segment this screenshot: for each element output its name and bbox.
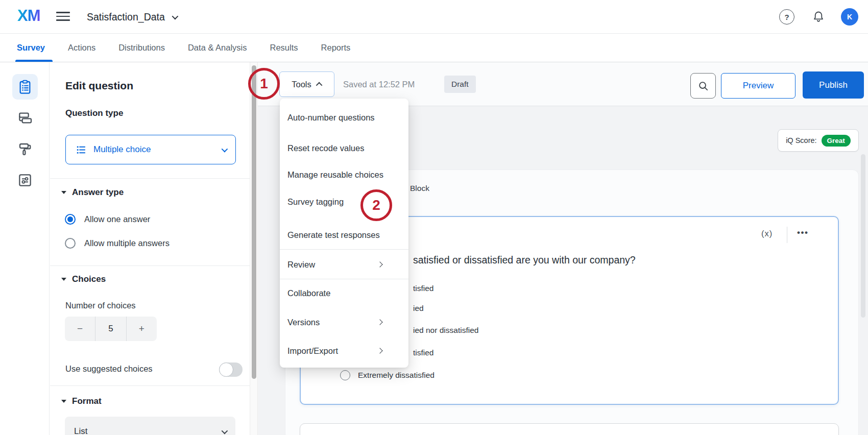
- edit-question-panel: Edit question Question type Multiple cho…: [50, 62, 250, 435]
- tab-distributions[interactable]: Distributions: [118, 43, 165, 53]
- menu-divider: [280, 279, 408, 279]
- survey-options-icon[interactable]: [12, 167, 38, 193]
- tab-results[interactable]: Results: [270, 43, 298, 53]
- divider: [50, 178, 250, 179]
- submenu-chevron-icon: [377, 348, 382, 353]
- menu-item-collaborate[interactable]: Collaborate: [280, 283, 408, 303]
- block-name-label: Block: [410, 184, 429, 193]
- radio-allow-one-answer[interactable]: Allow one answer: [65, 214, 150, 225]
- tab-actions[interactable]: Actions: [68, 43, 95, 53]
- iq-score-badge: Great: [822, 135, 851, 147]
- radio-allow-multiple-answers[interactable]: Allow multiple answers: [65, 238, 170, 249]
- use-suggested-choices-toggle[interactable]: [219, 362, 243, 377]
- survey-flow-icon[interactable]: [12, 105, 38, 131]
- menu-item-reset-recode-values[interactable]: Reset recode values: [280, 138, 408, 158]
- panel-scrollbar: [250, 62, 258, 435]
- tab-reports[interactable]: Reports: [321, 43, 351, 53]
- divider: [787, 227, 787, 243]
- question-type-value: Multiple choice: [93, 144, 215, 155]
- tab-survey[interactable]: Survey: [17, 43, 45, 53]
- qualtrics-survey-editor: XM Satisfaction_Data ? K Survey Actions …: [0, 0, 868, 435]
- survey-builder-icon[interactable]: [12, 74, 38, 100]
- canvas-scrollbar-thumb[interactable]: [861, 154, 865, 318]
- format-value: List: [74, 426, 222, 435]
- hamburger-menu-icon[interactable]: [56, 9, 77, 25]
- left-icon-rail: [0, 62, 50, 435]
- menu-item-import-export[interactable]: Import/Export: [280, 341, 408, 361]
- use-suggested-choices-label: Use suggested choices: [65, 364, 153, 374]
- survey-title-dropdown[interactable]: Satisfaction_Data: [87, 0, 177, 34]
- number-of-choices-label: Number of choices: [65, 301, 136, 310]
- choice-label: Extremely dissatisfied: [358, 371, 435, 380]
- menu-item-review[interactable]: Review: [280, 254, 408, 275]
- caret-down-icon: [61, 191, 66, 194]
- top-bar: XM Satisfaction_Data ? K: [0, 0, 868, 34]
- draft-badge: Draft: [444, 76, 476, 93]
- caret-down-icon: [61, 400, 66, 403]
- choice-count-value: 5: [95, 317, 126, 341]
- chevron-down-icon: [222, 146, 228, 152]
- choice-radio-icon[interactable]: [340, 370, 350, 380]
- question-text: satisfied or dissatisfied are you with o…: [413, 254, 636, 266]
- iq-score-label: iQ Score:: [786, 136, 816, 144]
- panel-scrollbar-thumb[interactable]: [252, 65, 256, 379]
- menu-item-manage-reusable-choices[interactable]: Manage reusable choices: [280, 164, 408, 185]
- radio-selected-icon: [65, 214, 76, 225]
- annotation-step-1: 1: [248, 68, 280, 100]
- toggle-knob: [219, 362, 233, 377]
- submenu-chevron-icon: [377, 261, 382, 267]
- question-type-label: Question type: [65, 108, 123, 118]
- multiple-choice-icon: [75, 144, 87, 156]
- choice-fragment-4: tisfied: [413, 348, 434, 357]
- chevron-down-icon: [172, 13, 178, 19]
- menu-item-auto-number-questions[interactable]: Auto-number questions: [280, 107, 408, 128]
- survey-title: Satisfaction_Data: [87, 11, 165, 23]
- radio-unselected-icon: [65, 238, 76, 249]
- menu-divider: [280, 249, 408, 250]
- caret-down-icon: [61, 278, 66, 281]
- preview-button[interactable]: Preview: [721, 73, 795, 99]
- user-avatar[interactable]: K: [841, 8, 858, 26]
- card-options-icon[interactable]: •••: [797, 228, 808, 238]
- menu-item-generate-test-responses[interactable]: Generate test responses: [280, 225, 408, 245]
- recode-values-icon[interactable]: (x): [761, 229, 773, 238]
- tools-dropdown-menu: Auto-number questions Reset recode value…: [280, 99, 408, 368]
- choice-row: Extremely dissatisfied: [340, 370, 435, 380]
- format-header[interactable]: Format: [61, 396, 102, 406]
- choice-count-stepper: − 5 +: [65, 317, 157, 341]
- tools-button[interactable]: Tools: [279, 71, 334, 97]
- search-icon: [697, 80, 709, 92]
- format-select[interactable]: List: [65, 417, 235, 435]
- xm-logo: XM: [17, 7, 40, 25]
- annotation-step-2: 2: [360, 189, 392, 221]
- iq-score-box[interactable]: iQ Score: Great: [778, 129, 859, 152]
- saved-status: Saved at 12:52 PM: [343, 71, 415, 97]
- question-type-select[interactable]: Multiple choice: [65, 135, 236, 164]
- menu-item-versions[interactable]: Versions: [280, 312, 408, 332]
- chevron-down-icon: [222, 427, 228, 434]
- active-tab-underline: [15, 60, 53, 62]
- choices-header[interactable]: Choices: [61, 274, 106, 284]
- divider: [50, 385, 250, 386]
- choice-fragment-1: tisfied: [413, 284, 434, 293]
- next-question-card[interactable]: [300, 423, 839, 435]
- notifications-bell-icon[interactable]: [810, 9, 827, 25]
- choice-fragment-3: ied nor dissatisfied: [413, 326, 478, 335]
- decrease-choices-button[interactable]: −: [65, 317, 95, 341]
- panel-title: Edit question: [65, 80, 133, 92]
- search-button[interactable]: [690, 73, 716, 99]
- tab-data-analysis[interactable]: Data & Analysis: [188, 43, 247, 53]
- look-and-feel-icon[interactable]: [12, 136, 38, 162]
- divider: [50, 265, 250, 266]
- chevron-up-icon: [316, 82, 322, 88]
- submenu-chevron-icon: [377, 319, 382, 325]
- increase-choices-button[interactable]: +: [127, 317, 157, 341]
- choice-fragment-2: ied: [413, 304, 424, 313]
- main-nav-tabs: Survey Actions Distributions Data & Anal…: [0, 34, 868, 62]
- answer-type-header[interactable]: Answer type: [61, 187, 124, 198]
- publish-button[interactable]: Publish: [803, 71, 864, 99]
- help-icon[interactable]: ?: [779, 9, 794, 25]
